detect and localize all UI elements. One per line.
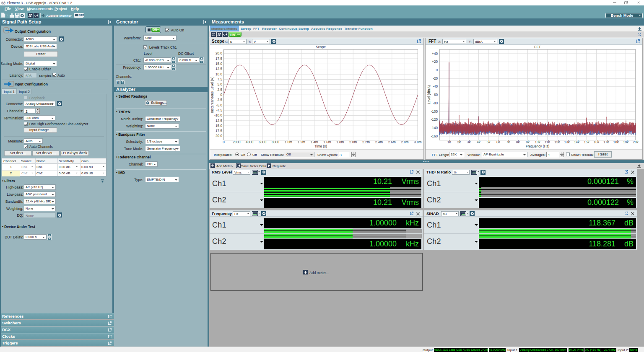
svg-text:-80: -80 [433, 101, 438, 105]
svg-text:1k: 1k [447, 140, 452, 144]
svg-text:1.8m: 1.8m [336, 140, 344, 144]
svg-text:Time (s): Time (s) [314, 145, 327, 148]
svg-text:8k: 8k [516, 140, 520, 144]
svg-text:20k: 20k [633, 140, 639, 144]
svg-text:0: 0 [223, 140, 225, 144]
svg-text:16k: 16k [594, 140, 600, 144]
svg-text:4k: 4k [477, 140, 481, 144]
svg-text:400u: 400u [246, 140, 254, 144]
svg-text:-5.0: -5.0 [216, 104, 223, 107]
svg-text:6k: 6k [496, 140, 501, 144]
svg-text:10k: 10k [535, 140, 540, 144]
svg-text:0: 0 [220, 93, 222, 97]
svg-text:-2.5: -2.5 [216, 98, 223, 102]
svg-text:1.0m: 1.0m [285, 140, 292, 144]
svg-text:-20.0: -20.0 [214, 134, 222, 138]
svg-text:18k: 18k [613, 140, 619, 144]
svg-text:2.4m: 2.4m [375, 140, 383, 144]
svg-text:2.0m: 2.0m [349, 140, 357, 144]
svg-text:12k: 12k [554, 140, 560, 144]
svg-text:-15.0: -15.0 [214, 124, 222, 128]
svg-text:-160: -160 [431, 135, 438, 138]
svg-text:+40: +40 [432, 52, 438, 56]
svg-text:2.8m: 2.8m [401, 140, 408, 144]
svg-text:-100: -100 [431, 110, 438, 114]
svg-text:20.0: 20.0 [216, 52, 222, 55]
svg-text:2.6m: 2.6m [388, 140, 396, 144]
svg-text:Level (dBrA): Level (dBrA) [427, 85, 431, 104]
svg-text:1.4m: 1.4m [310, 140, 318, 144]
svg-text:-17.5: -17.5 [214, 129, 222, 133]
svg-text:19k: 19k [623, 140, 629, 144]
svg-text:5.0: 5.0 [218, 83, 223, 86]
svg-text:Instantaneous Level (V): Instantaneous Level (V) [210, 76, 214, 113]
svg-text:15k: 15k [584, 140, 589, 144]
svg-text:-140: -140 [431, 126, 438, 130]
svg-text:15.0: 15.0 [216, 62, 222, 66]
svg-text:3k: 3k [467, 140, 471, 144]
svg-text:-10.0: -10.0 [214, 114, 222, 117]
svg-text:12.5: 12.5 [216, 67, 222, 71]
svg-text:-60: -60 [433, 93, 438, 97]
svg-text:14k: 14k [574, 140, 580, 144]
svg-text:-7.5: -7.5 [216, 109, 223, 112]
svg-text:AP: AP [1, 2, 5, 4]
svg-text:10.0: 10.0 [216, 72, 222, 76]
svg-text:1.6m: 1.6m [323, 140, 331, 144]
svg-text:Frequency (Hz): Frequency (Hz) [526, 145, 550, 148]
svg-text:7.5: 7.5 [218, 78, 223, 81]
svg-text:17k: 17k [603, 140, 609, 144]
svg-text:5k: 5k [487, 140, 491, 144]
svg-text:800u: 800u [272, 140, 280, 144]
svg-text:-20: -20 [433, 77, 438, 80]
svg-text:Scope: Scope [316, 45, 326, 49]
svg-text:-120: -120 [431, 118, 438, 122]
svg-text:17.5: 17.5 [216, 57, 222, 61]
svg-text:2.2m: 2.2m [362, 140, 370, 144]
svg-text:2.5: 2.5 [218, 88, 223, 92]
svg-text:13k: 13k [564, 140, 570, 144]
svg-text:200u: 200u [233, 140, 241, 144]
svg-text:+20: +20 [432, 60, 438, 64]
svg-text:FFT: FFT [534, 45, 541, 49]
svg-text:7k: 7k [506, 140, 510, 144]
svg-text:600u: 600u [259, 140, 267, 144]
svg-text:3.0m: 3.0m [414, 140, 421, 144]
svg-text:-12.5: -12.5 [214, 119, 222, 123]
svg-text:2k: 2k [457, 140, 461, 144]
svg-text:9k: 9k [526, 140, 530, 144]
svg-text:11k: 11k [545, 140, 550, 144]
svg-text:-40: -40 [433, 85, 438, 88]
svg-text:1.2m: 1.2m [298, 140, 305, 144]
svg-text:0: 0 [436, 68, 438, 72]
